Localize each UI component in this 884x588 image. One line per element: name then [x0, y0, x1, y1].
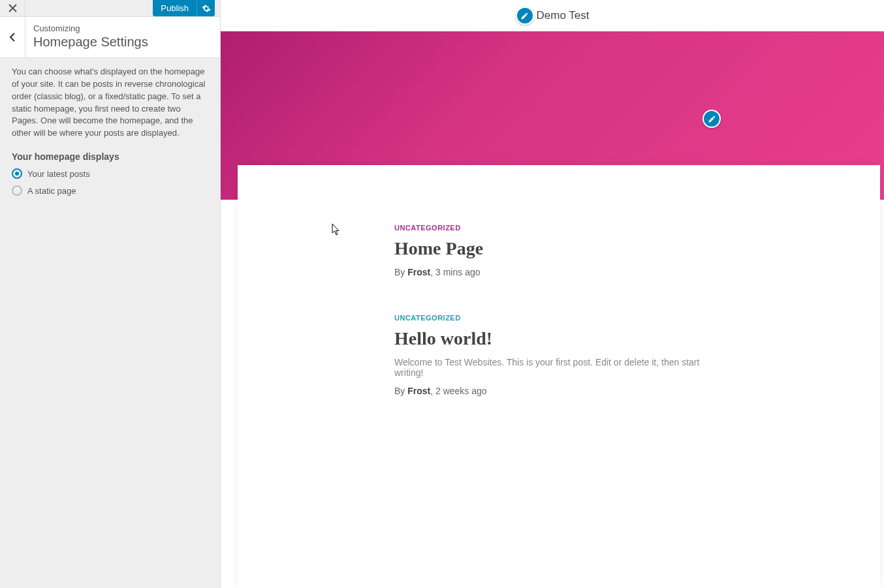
publish-settings-button[interactable] — [197, 0, 215, 16]
post-excerpt: Welcome to Test Websites. This is your f… — [394, 357, 730, 378]
post-category[interactable]: UNCATEGORIZED — [394, 314, 730, 322]
radio-latest-posts[interactable]: Your latest posts — [12, 168, 208, 179]
publish-button[interactable]: Publish — [153, 0, 197, 16]
post-title[interactable]: Hello world! — [394, 328, 730, 349]
radio-icon — [12, 185, 22, 196]
post-byline: By Frost, 3 mins ago — [394, 267, 730, 277]
customizer-sidebar: Publish Customizing Homepage Settings Yo… — [0, 0, 221, 588]
post-title[interactable]: Home Page — [394, 238, 730, 259]
pencil-icon — [708, 115, 716, 123]
post-date: , 3 mins ago — [430, 267, 480, 277]
post-item: UNCATEGORIZED Hello world! Welcome to Te… — [394, 314, 730, 396]
spacer — [25, 0, 153, 16]
by-prefix: By — [394, 267, 407, 277]
close-customizer-button[interactable] — [0, 0, 25, 16]
radio-label: Your latest posts — [27, 169, 90, 179]
post-author[interactable]: Frost — [407, 386, 430, 396]
content-card: UNCATEGORIZED Home Page By Frost, 3 mins… — [238, 165, 880, 588]
post-date: , 2 weeks ago — [430, 386, 486, 396]
radio-label: A static page — [27, 186, 76, 196]
panel-titles: Customizing Homepage Settings — [25, 17, 156, 57]
panel-description: You can choose what's displayed on the h… — [12, 66, 208, 140]
site-preview: Demo Test UNCATEGORIZED Home Page By Fro… — [221, 0, 884, 588]
preview-header: Demo Test — [221, 0, 884, 31]
publish-group: Publish — [153, 0, 220, 16]
close-icon — [8, 4, 17, 12]
post-author[interactable]: Frost — [407, 267, 430, 277]
site-title[interactable]: Demo Test — [537, 9, 590, 22]
panel-body: You can choose what's displayed on the h… — [0, 58, 220, 210]
radio-static-page[interactable]: A static page — [12, 185, 208, 196]
top-actions-bar: Publish — [0, 0, 220, 16]
chevron-left-icon — [9, 32, 16, 42]
pencil-icon — [520, 12, 529, 20]
edit-site-title-button[interactable] — [516, 7, 534, 25]
post-item: UNCATEGORIZED Home Page By Frost, 3 mins… — [394, 224, 730, 277]
post-category[interactable]: UNCATEGORIZED — [394, 224, 730, 232]
panel-header: Customizing Homepage Settings — [0, 16, 220, 58]
gear-icon — [202, 4, 211, 13]
preview-brand: Demo Test — [516, 7, 590, 25]
radio-icon — [12, 168, 22, 179]
homepage-displays-label: Your homepage displays — [12, 151, 208, 162]
panel-title: Homepage Settings — [33, 35, 148, 50]
edit-hero-button[interactable] — [702, 110, 721, 128]
post-byline: By Frost, 2 weeks ago — [394, 386, 730, 396]
back-button[interactable] — [0, 17, 25, 57]
by-prefix: By — [394, 386, 407, 396]
panel-subtitle: Customizing — [33, 23, 148, 33]
